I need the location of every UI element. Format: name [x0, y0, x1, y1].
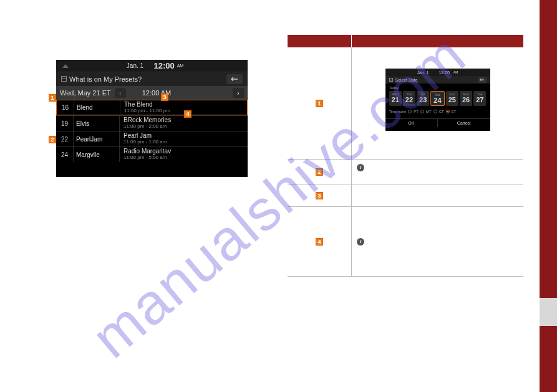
status-date: Jan. 1: [127, 62, 143, 69]
sd-tz-option: PT: [414, 110, 419, 113]
status-bar: Jan. 1 12:00 AM: [56, 60, 248, 72]
sd-day-num: 21: [389, 96, 402, 103]
table-row: 2 i: [288, 160, 523, 184]
back-button[interactable]: [226, 74, 243, 84]
sd-day[interactable]: Mon26: [460, 91, 472, 106]
sd-day[interactable]: Sun25: [446, 91, 458, 106]
sd-back-button[interactable]: [478, 77, 487, 83]
program-timespan: 11:00 pm - 5:00 am: [124, 155, 244, 161]
sd-tz-radio[interactable]: [433, 110, 437, 113]
channel-name: Elvis: [74, 116, 120, 131]
sd-tz-radio[interactable]: [408, 110, 412, 113]
callout-2: 2: [49, 136, 56, 143]
sd-day-num: 25: [446, 96, 458, 103]
program-timespan: 11:00 pm - 2:00 am: [124, 123, 244, 130]
sd-day-num: 22: [403, 96, 415, 103]
screen-title-row: What is on My Presets?: [56, 72, 248, 86]
callout-1: 1: [316, 100, 323, 107]
row-callout: 4: [288, 207, 352, 276]
table-header-a: [288, 35, 352, 47]
sd-day[interactable]: Fri23: [417, 91, 429, 106]
program-row[interactable]: 22PearlJamPearl Jam11:00 pm - 1:00 am: [56, 131, 248, 146]
sd-body: Today Wed21Thu22Fri23Sat24Sun25Mon26Tue2…: [385, 84, 490, 116]
program-name: Pearl Jam: [124, 133, 244, 139]
row-content: i: [352, 207, 523, 276]
row-callout: 1: [288, 47, 352, 159]
page-edge-tab: [540, 0, 557, 392]
sd-day[interactable]: Wed21: [389, 91, 402, 106]
sd-title: Select Date: [389, 78, 418, 82]
callout-2: 2: [316, 168, 323, 176]
program-timespan: 11:00 pm - 1:00 am: [124, 139, 244, 145]
sd-status-time: 12:00: [438, 70, 450, 75]
row-callout: 2: [288, 160, 352, 184]
channel-name: PearlJam: [74, 131, 120, 146]
sd-status-date: Jan. 1: [417, 70, 429, 75]
sd-tz-radio[interactable]: [420, 110, 424, 113]
program-cell: BRock Memories11:00 pm - 2:00 am: [120, 116, 248, 131]
program-row[interactable]: 19ElvisBRock Memories11:00 pm - 2:00 am: [56, 115, 248, 131]
table-header: [288, 35, 523, 47]
callout-3: 3: [161, 93, 168, 101]
table-header-b: [352, 35, 523, 47]
row-content: i: [352, 160, 523, 184]
program-row[interactable]: 16BlendThe Blend11:00 pm - 11:00 pm: [56, 100, 248, 115]
sd-ok-button[interactable]: OK: [385, 119, 438, 127]
sd-day-num: 26: [460, 96, 472, 103]
channel-number: 19: [56, 116, 74, 131]
sd-tz-option: MT: [426, 110, 432, 113]
calendar-icon: [389, 78, 393, 82]
sd-status-ampm: AM: [453, 70, 458, 74]
screen-title: What is on My Presets?: [61, 75, 142, 83]
sd-day[interactable]: Sat24: [430, 91, 444, 106]
date-label[interactable]: Wed, May 21 ET: [60, 89, 111, 97]
channel-name: Margvlle: [74, 147, 120, 162]
sd-title-text: Select Date: [395, 78, 418, 82]
signal-icon: [62, 64, 69, 68]
table-row: 3: [288, 184, 523, 207]
program-name: Radio Margaritav: [124, 148, 244, 155]
table-row: 4 i: [288, 207, 523, 277]
sd-tz-option: ET: [452, 110, 457, 113]
sd-button-row: OK Cancel: [385, 118, 490, 127]
sd-cancel-button[interactable]: Cancel: [438, 119, 490, 127]
status-center: Jan. 1 12:00 AM: [127, 61, 183, 70]
sd-tz-option: CT: [439, 110, 444, 113]
presets-screenshot: Jan. 1 12:00 AM What is on My Presets? W…: [56, 60, 248, 177]
program-cell: Radio Margaritav11:00 pm - 5:00 am: [120, 147, 248, 162]
sd-day-num: 23: [417, 96, 429, 103]
program-name: The Blend: [124, 102, 243, 108]
status-time: 12:00: [153, 61, 174, 70]
channel-number: 24: [56, 147, 74, 162]
sd-status-bar: Jan. 1 12:00 AM: [385, 69, 490, 76]
sd-tz-label: Time zone: [389, 110, 407, 113]
next-time-button[interactable]: ›: [233, 88, 244, 98]
channel-name: Blend: [74, 100, 120, 115]
callout-4: 4: [184, 110, 191, 118]
status-ampm: AM: [177, 64, 184, 68]
sd-day[interactable]: Tue27: [473, 91, 486, 106]
program-name: BRock Memories: [124, 117, 244, 123]
prev-time-button[interactable]: ‹: [115, 88, 126, 98]
program-row[interactable]: 24MargvlleRadio Margaritav11:00 pm - 5:0…: [56, 146, 248, 162]
info-icon: i: [357, 238, 364, 246]
sd-day-num: 24: [431, 97, 443, 104]
sd-today-label: Today: [389, 86, 487, 90]
description-table: 1 Jan. 1 12:00 AM Select Date Today Wed2…: [288, 35, 523, 277]
row-content: [352, 184, 523, 206]
sd-timezone-row: Time zone PTMTCTET: [389, 110, 487, 113]
sd-tz-radio[interactable]: [446, 110, 450, 113]
page-edge-tab-gap: [540, 298, 557, 326]
row-callout: 3: [288, 184, 352, 206]
status-left: [62, 64, 69, 68]
channel-number: 16: [57, 100, 74, 115]
table-row: 1 Jan. 1 12:00 AM Select Date Today Wed2…: [288, 47, 523, 160]
sd-day-num: 27: [473, 96, 486, 103]
callout-3: 3: [316, 192, 323, 199]
row-content: Jan. 1 12:00 AM Select Date Today Wed21T…: [352, 47, 523, 159]
sd-title-row: Select Date: [385, 76, 490, 84]
sd-day[interactable]: Thu22: [403, 91, 415, 106]
callout-4: 4: [316, 238, 323, 246]
info-icon: i: [357, 164, 364, 171]
channel-number: 22: [56, 131, 74, 146]
